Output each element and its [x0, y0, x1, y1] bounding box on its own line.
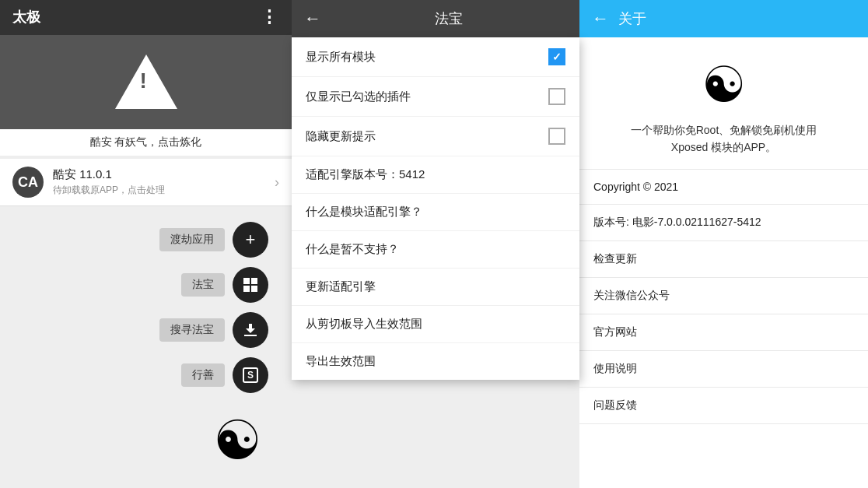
right-panel: ← 关于 ☯ 一个帮助你免Root、免解锁免刷机使用Xposed 模块的APP。…: [579, 0, 868, 488]
svg-rect-1: [251, 278, 257, 284]
dropdown-item-text-8: 导出生效范围: [306, 354, 565, 369]
checkbox-2[interactable]: [548, 128, 565, 145]
about-item-label-5: 使用说明: [593, 362, 637, 374]
action-row-3: 搜寻法宝: [159, 312, 268, 348]
app-item[interactable]: CA 酷安 11.0.1 待卸载载原APP，点击处理 ›: [0, 159, 292, 206]
action-buttons-section: 渡劫应用 + 法宝 搜寻法宝 行善: [0, 206, 292, 488]
dropdown-item-text-0: 显示所有模块: [306, 50, 542, 65]
dropdown-item-1[interactable]: 仅显示已勾选的插件: [292, 77, 579, 117]
svg-rect-3: [251, 286, 257, 292]
dollar-icon: S: [241, 366, 260, 384]
dropdown-item-3[interactable]: 适配引擎版本号：5412: [292, 156, 579, 194]
about-item-label-1: 版本号: 电影-7.0.0.02111627-5412: [593, 216, 761, 228]
about-list: Copyright © 2021 版本号: 电影-7.0.0.02111627-…: [579, 170, 868, 488]
back-button-middle[interactable]: ←: [304, 9, 321, 29]
svg-text:S: S: [247, 370, 254, 381]
about-logo-section: ☯ 一个帮助你免Root、免解锁免刷机使用Xposed 模块的APP。: [579, 37, 868, 170]
chevron-right-icon: ›: [275, 174, 279, 191]
dropdown-item-text-1: 仅显示已勾选的插件: [306, 90, 542, 104]
dropdown-item-text-7: 从剪切板导入生效范围: [306, 317, 565, 332]
action-btn-2[interactable]: [233, 267, 268, 303]
action-label-4[interactable]: 行善: [181, 363, 225, 387]
app-name: 酷安 11.0.1: [53, 167, 275, 182]
checkbox-0[interactable]: [548, 48, 565, 65]
warning-triangle-icon: [115, 54, 177, 109]
back-button-right[interactable]: ←: [592, 9, 609, 29]
about-version: 版本号: 电影-7.0.0.02111627-5412: [579, 205, 868, 241]
about-wechat[interactable]: 关注微信公众号: [579, 278, 868, 314]
action-btn-4[interactable]: S: [233, 357, 268, 393]
menu-icon[interactable]: ⋮: [261, 7, 279, 27]
middle-title: 法宝: [331, 9, 567, 28]
dropdown-item-text-5: 什么是暂不支持？: [306, 242, 565, 257]
checkbox-1[interactable]: [548, 88, 565, 105]
dropdown-item-0[interactable]: 显示所有模块: [292, 37, 579, 77]
about-check-update[interactable]: 检查更新: [579, 241, 868, 278]
about-website[interactable]: 官方网站: [579, 314, 868, 351]
svg-rect-4: [244, 335, 257, 336]
dropdown-item-text-6: 更新适配引擎: [306, 279, 565, 294]
dropdown-item-2[interactable]: 隐藏更新提示: [292, 117, 579, 156]
svg-rect-0: [243, 278, 250, 284]
app-icon-label: CA: [18, 174, 38, 191]
about-manual[interactable]: 使用说明: [579, 351, 868, 388]
about-item-label-2: 检查更新: [593, 252, 637, 265]
download-icon: [241, 321, 260, 339]
action-label-3[interactable]: 搜寻法宝: [159, 318, 225, 342]
dropdown-item-7[interactable]: 从剪切板导入生效范围: [292, 306, 579, 343]
about-feedback[interactable]: 问题反馈: [579, 388, 868, 424]
app-info: 酷安 11.0.1 待卸载载原APP，点击处理: [53, 167, 275, 197]
dropdown-item-text-4: 什么是模块适配引擎？: [306, 205, 565, 219]
dropdown-item-text-2: 隐藏更新提示: [306, 129, 542, 144]
middle-header: ← 法宝: [292, 0, 579, 37]
about-item-label-6: 问题反馈: [593, 398, 637, 411]
right-header: ← 关于: [579, 0, 868, 37]
about-item-label-4: 官方网站: [593, 325, 637, 338]
avatar: CA: [12, 167, 44, 198]
action-label-1[interactable]: 渡劫应用: [159, 228, 225, 251]
plus-icon: +: [246, 230, 256, 250]
app-sub: 待卸载载原APP，点击处理: [53, 184, 275, 197]
about-item-label-0: Copyright © 2021: [593, 181, 678, 193]
dropdown-item-text-3: 适配引擎版本号：5412: [306, 167, 565, 182]
dropdown-item-6[interactable]: 更新适配引擎: [292, 269, 579, 306]
dropdown-overlay: 显示所有模块 仅显示已勾选的插件 隐藏更新提示 适配引擎版本号：5412 什么是…: [292, 37, 579, 380]
about-item-label-3: 关注微信公众号: [593, 289, 670, 301]
yin-yang-icon-about: ☯: [702, 56, 746, 114]
dropdown-item-5[interactable]: 什么是暂不支持？: [292, 231, 579, 269]
middle-panel: ← 法宝 钉钉助手 钉钉工具 显示所有模块 仅显示已勾选的插件 隐藏更新提示: [292, 0, 579, 488]
about-description: 一个帮助你免Root、免解锁免刷机使用Xposed 模块的APP。: [631, 121, 817, 156]
left-header: 太极 ⋮: [0, 0, 292, 35]
action-btn-1[interactable]: +: [233, 222, 268, 258]
yin-yang-logo-large: ☯: [213, 409, 262, 472]
grid-icon: [241, 276, 260, 294]
dropdown-item-8[interactable]: 导出生效范围: [292, 343, 579, 380]
left-panel: 太极 ⋮ 酷安 有妖气，点击炼化 CA 酷安 11.0.1 待卸载载原APP，点…: [0, 0, 292, 488]
action-btn-3[interactable]: [233, 312, 268, 348]
about-copyright: Copyright © 2021: [579, 170, 868, 205]
action-row-2: 法宝: [181, 267, 268, 303]
right-title: 关于: [618, 9, 646, 28]
action-row-4: 行善 S: [181, 357, 268, 393]
action-label-2[interactable]: 法宝: [181, 273, 225, 297]
warning-banner: [0, 35, 292, 129]
dropdown-item-4[interactable]: 什么是模块适配引擎？: [292, 194, 579, 231]
app-title: 太极: [12, 8, 261, 26]
svg-rect-2: [243, 286, 250, 292]
warning-text[interactable]: 酷安 有妖气，点击炼化: [0, 129, 292, 156]
action-row-1: 渡劫应用 +: [159, 222, 268, 258]
